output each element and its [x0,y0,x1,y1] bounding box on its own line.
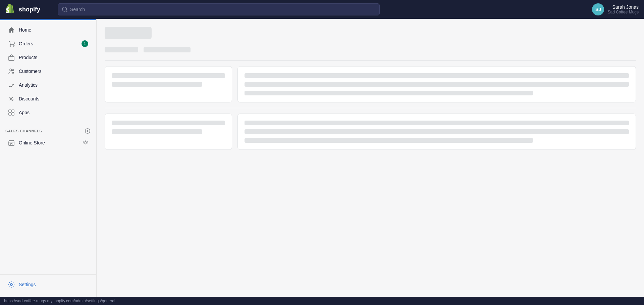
store-icon [8,139,15,146]
sidebar-item-orders[interactable]: Orders 1 [3,37,94,50]
skeleton-card-right-1 [237,66,636,102]
user-name: Sarah Jonas [607,4,639,10]
skeleton-line [112,82,202,87]
svg-rect-9 [12,113,14,115]
sidebar-item-customers-label: Customers [19,69,42,74]
settings-label: Settings [19,282,36,287]
sidebar-item-apps-label: Apps [19,110,30,115]
skeleton-tabs [105,47,636,52]
svg-rect-0 [9,56,14,60]
skeleton-card-left-1 [105,66,232,102]
skeleton-tab-2 [144,47,191,52]
sidebar-item-discounts[interactable]: Discounts [3,92,94,105]
skeleton-line [112,129,202,134]
search-input[interactable] [70,7,375,12]
skeleton-line [245,121,629,125]
svg-rect-7 [12,110,14,112]
customers-icon [8,68,15,75]
sidebar-item-analytics[interactable]: Analytics [3,78,94,92]
shopify-logo-icon [5,4,16,15]
skeleton-card-left-2 [105,114,232,150]
sidebar-item-customers[interactable]: Customers [3,64,94,78]
sidebar-item-products-label: Products [19,55,37,60]
search-icon [62,7,67,12]
home-icon [8,27,15,33]
svg-point-4 [10,97,11,98]
divider-2 [105,108,636,108]
search-bar[interactable] [58,3,380,15]
skeleton-line [245,73,629,78]
sidebar-item-settings[interactable]: Settings [3,278,94,291]
eye-icon[interactable] [83,140,88,146]
svg-rect-8 [9,113,11,115]
skeleton-line [112,73,225,78]
skeleton-line [112,121,225,125]
svg-rect-6 [9,110,11,112]
svg-point-12 [10,284,12,286]
sidebar-item-analytics-label: Analytics [19,82,38,88]
sidebar-item-home[interactable]: Home [3,23,94,37]
svg-point-5 [12,99,13,100]
status-url: https://sad-coffee-mugs.myshopify.com/ad… [4,299,115,303]
settings-icon [8,281,15,288]
skeleton-card-right-2 [237,114,636,150]
orders-icon [8,40,15,47]
add-sales-channel-icon[interactable] [84,128,91,134]
avatar: SJ [592,3,604,15]
nav-section: Home Orders 1 Products Customers [0,20,96,122]
logo-text: shopify [19,6,40,13]
skeleton-button [105,27,152,39]
sidebar-item-online-store-label: Online Store [19,140,45,145]
skeleton-line [245,138,533,143]
svg-point-2 [12,70,14,71]
logo-area[interactable]: shopify [5,4,52,15]
svg-point-11 [85,141,87,143]
sales-channels-section-label: SALES CHANNELS [0,122,96,136]
sidebar-item-apps[interactable]: Apps [3,106,94,119]
user-info: Sarah Jonas Sad Coffee Mugs [607,4,639,14]
status-bar: https://sad-coffee-mugs.myshopify.com/ad… [0,297,644,305]
main-layout: Home Orders 1 Products Customers [0,19,644,297]
skeleton-line [245,129,629,134]
sidebar-item-home-label: Home [19,27,31,33]
skeleton-tab-1 [105,47,138,52]
sidebar-item-products[interactable]: Products [3,51,94,64]
discounts-icon [8,95,15,102]
skeleton-line [245,82,629,87]
skeleton-line [245,91,533,95]
content-section-1 [105,66,636,102]
divider-1 [105,60,636,61]
products-icon [8,54,15,61]
orders-badge: 1 [82,40,88,47]
main-content [97,19,644,297]
header: shopify SJ Sarah Jonas Sad Coffee Mugs [0,0,644,19]
sidebar-item-orders-label: Orders [19,41,33,46]
svg-point-1 [10,69,12,71]
apps-icon [8,109,15,116]
content-section-2 [105,114,636,150]
user-area[interactable]: SJ Sarah Jonas Sad Coffee Mugs [592,3,639,15]
sidebar: Home Orders 1 Products Customers [0,19,97,297]
sidebar-item-online-store[interactable]: Online Store [3,136,94,149]
user-store: Sad Coffee Mugs [607,10,639,14]
analytics-icon [8,82,15,88]
sidebar-footer: Settings [0,274,96,297]
sidebar-item-discounts-label: Discounts [19,96,39,101]
